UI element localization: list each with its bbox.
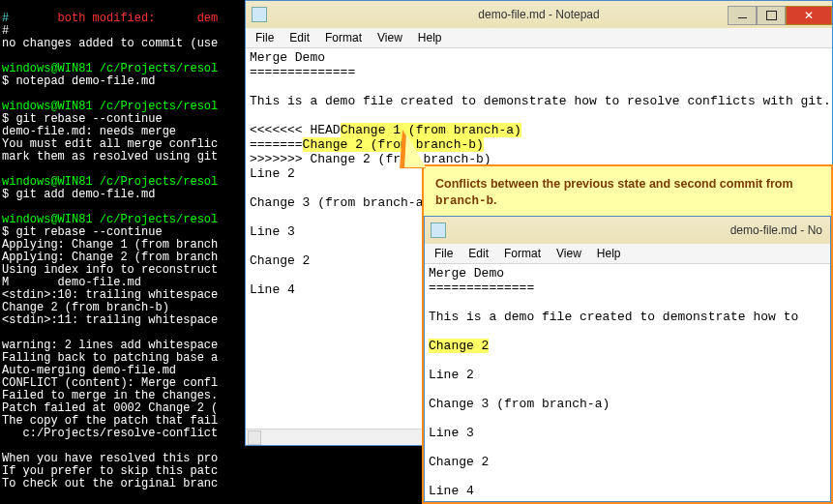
t: M demo-file.md <box>2 276 141 289</box>
line-highlighted: Change 2 <box>429 339 489 353</box>
notepad-window-result[interactable]: demo-file.md - No File Edit Format View … <box>424 216 831 502</box>
prompt: windows@WIN81 /c/Projects/resol <box>2 213 218 226</box>
t: Auto-merging demo-file.md <box>2 364 176 377</box>
line: Merge Demo <box>429 266 504 281</box>
minimize-button[interactable] <box>728 6 757 25</box>
t: CONFLICT (content): Merge confl <box>2 376 218 390</box>
line: ============== <box>429 281 534 295</box>
line: Merge Demo <box>250 50 325 65</box>
t: c:/Projects/resolve-conflict <box>2 427 218 440</box>
t: When you have resolved this pro <box>2 452 218 465</box>
t: The copy of the patch that fail <box>2 414 218 428</box>
t: Applying: Change 2 (from branch <box>2 251 218 264</box>
menu-edit[interactable]: Edit <box>282 29 317 46</box>
conflict-theirs: Change 2 (from branch-b) <box>303 137 484 152</box>
t: demo-file.md: needs merge <box>2 125 176 138</box>
menu-file[interactable]: File <box>427 245 461 262</box>
annotation-callout: Conflicts between the previous state and… <box>422 164 833 504</box>
menu-format[interactable]: Format <box>317 29 370 46</box>
titlebar[interactable]: demo-file.md - Notepad <box>246 1 832 28</box>
menubar: File Edit Format View Help <box>246 28 832 48</box>
close-button[interactable] <box>786 6 832 25</box>
cmd: $ git rebase --continue <box>2 225 163 239</box>
conflict-head-marker: <<<<<<< HEAD <box>250 123 341 137</box>
t: both modified: <box>58 12 197 25</box>
t: <stdin>:10: trailing whitespace <box>2 288 218 302</box>
t: Using index info to reconstruct <box>2 263 218 277</box>
t: Patch failed at 0002 Change 2 ( <box>2 401 218 415</box>
prompt: windows@WIN81 /c/Projects/resol <box>2 62 218 75</box>
maximize-button[interactable] <box>757 6 786 25</box>
t: # <box>2 24 9 38</box>
line: ============== <box>250 65 355 79</box>
prompt: windows@WIN81 /c/Projects/resol <box>2 175 218 189</box>
line: Change 3 (from branch-a) <box>429 397 610 411</box>
menu-help[interactable]: Help <box>589 245 629 262</box>
t: You must edit all merge conflic <box>2 137 218 151</box>
t: <stdin>:11: trailing whitespace <box>2 313 218 327</box>
t: no changes added to commit (use <box>2 37 218 50</box>
t: Failed to merge in the changes. <box>2 389 218 402</box>
line: Change 2 <box>250 253 310 268</box>
menu-edit[interactable]: Edit <box>461 245 496 262</box>
line: Change 2 <box>429 455 489 469</box>
line: This is a demo file created to demonstra… <box>250 94 831 108</box>
cmd: $ notepad demo-file.md <box>2 74 155 88</box>
titlebar[interactable]: demo-file.md - No <box>425 217 830 244</box>
window-title: demo-file.md - Notepad <box>478 8 599 21</box>
notepad-icon <box>431 222 446 238</box>
cmd: $ git add demo-file.md <box>2 188 155 201</box>
annotation-text: Conflicts between the previous state and… <box>424 166 831 216</box>
prompt: windows@WIN81 /c/Projects/resol <box>2 100 218 113</box>
t: warning: 2 lines add whitespace <box>2 339 218 352</box>
t: Falling back to patching base a <box>2 351 218 365</box>
line: Line 4 <box>429 484 474 498</box>
line: Line 4 <box>250 282 295 297</box>
line: Line 2 <box>250 166 295 181</box>
menu-format[interactable]: Format <box>496 245 549 262</box>
t: If you prefer to skip this patc <box>2 464 218 478</box>
line: Line 3 <box>429 426 474 440</box>
window-title: demo-file.md - No <box>730 223 822 237</box>
t: dem <box>197 12 219 25</box>
t: Change 2 (from branch-b) <box>2 301 169 314</box>
t: Applying: Change 1 (from branch <box>2 238 218 252</box>
menu-help[interactable]: Help <box>410 29 450 46</box>
t: To check out the original branc <box>2 477 218 490</box>
line: Change 3 (from branch-a) <box>250 195 431 210</box>
line: This is a demo file created to demonstra… <box>429 310 806 324</box>
line: Line 3 <box>250 224 295 239</box>
line: Line 2 <box>429 368 474 382</box>
t: branch-b <box>435 194 493 208</box>
cmd: $ git rebase --continue <box>2 112 163 126</box>
menu-file[interactable]: File <box>248 29 282 46</box>
conflict-ours: Change 1 (from branch-a) <box>341 123 521 137</box>
notepad-icon <box>252 7 267 22</box>
conflict-sep-marker: ======= <box>250 137 303 152</box>
menu-view[interactable]: View <box>370 29 410 46</box>
t: mark them as resolved using git <box>2 150 218 163</box>
t: # <box>2 12 58 25</box>
text-editor[interactable]: Merge Demo ============== This is a demo… <box>425 264 830 501</box>
menubar: File Edit Format View Help <box>425 244 830 264</box>
t: Conflicts between the previous state and… <box>435 177 793 191</box>
t: . <box>493 193 496 207</box>
menu-view[interactable]: View <box>549 245 589 262</box>
